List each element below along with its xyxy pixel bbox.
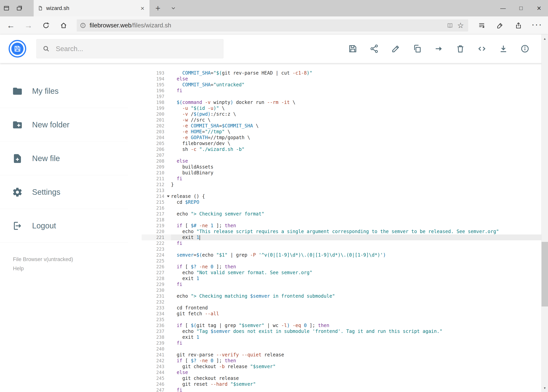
code-line[interactable]: 209 buildAssets <box>142 164 548 170</box>
share-page-button[interactable] <box>509 18 528 33</box>
code-line[interactable]: 219 if [ $# -ne 1 ]; then <box>142 223 548 229</box>
code-line[interactable]: 204 -e GOPATH=//tmp/gopath \ <box>142 135 548 140</box>
minimize-button[interactable]: — <box>494 0 512 16</box>
add-favorite-button[interactable]: ☆ <box>456 22 465 29</box>
delete-button[interactable] <box>456 44 465 53</box>
code-line[interactable]: 200 -v /$(pwd):/src:z \ <box>142 111 548 117</box>
code-line[interactable]: 244 else <box>142 370 548 375</box>
code-line[interactable]: 211 fi <box>142 176 548 182</box>
code-line[interactable]: 198 $(command -v winpty) docker run --rm… <box>142 99 548 105</box>
scroll-down-button[interactable]: ▼ <box>541 384 548 392</box>
new-tab-button[interactable]: + <box>149 0 166 16</box>
sidebar-item-logout[interactable]: Logout <box>0 209 128 243</box>
code-line[interactable]: 213 <box>142 188 548 193</box>
search-input[interactable] <box>55 45 217 53</box>
code-line[interactable]: 243 git checkout -b release "$semver" <box>142 364 548 370</box>
code-line[interactable]: 239 fi <box>142 340 548 346</box>
home-button[interactable] <box>55 18 72 33</box>
code-line[interactable]: 208 else <box>142 158 548 164</box>
code-line[interactable]: 214release () { <box>142 193 548 199</box>
scrollbar-thumb[interactable] <box>541 242 548 307</box>
tab-close-button[interactable]: × <box>139 5 146 12</box>
code-line[interactable]: 216 <box>142 205 548 211</box>
web-note-button[interactable] <box>491 18 509 33</box>
scroll-up-button[interactable]: ▲ <box>541 35 548 43</box>
code-line[interactable]: 226 if [ $? -ne 0 ]; then <box>142 264 548 270</box>
code-line[interactable]: 238 exit 1 <box>142 334 548 340</box>
code-line[interactable]: 228 exit 1 <box>142 276 548 281</box>
save-button[interactable] <box>348 44 357 53</box>
back-button[interactable]: ← <box>2 18 20 33</box>
help-link[interactable]: Help <box>13 265 24 273</box>
browser-tab[interactable]: wizard.sh × <box>34 0 149 16</box>
tab-list-chevron-button[interactable] <box>166 0 180 16</box>
code-line[interactable]: 230 <box>142 287 548 293</box>
sidebar-item-new-file[interactable]: New file <box>0 142 128 175</box>
code-view-button[interactable] <box>477 44 486 53</box>
code-line[interactable]: 235 <box>142 317 548 322</box>
copy-button[interactable] <box>413 44 422 53</box>
fold-toggle-icon[interactable] <box>167 196 170 197</box>
code-line[interactable]: 221 exit 1 <box>142 234 548 240</box>
code-line[interactable]: 205 filebrowser/dev \ <box>142 140 548 146</box>
code-line[interactable]: 224 semver=$(echo "$1" | grep -P '^v(0|[… <box>142 252 548 258</box>
code-line[interactable]: 199 -u "$(id -u)" \ <box>142 105 548 111</box>
more-actions-button[interactable]: ··· <box>528 17 546 34</box>
code-line[interactable]: 246 git reset --hard "$semver" <box>142 381 548 387</box>
code-line[interactable]: 193 COMMIT_SHA="$(git rev-parse HEAD | c… <box>142 70 548 76</box>
code-line[interactable]: 217 echo "> Checking semver format" <box>142 211 548 217</box>
app-logo[interactable] <box>9 40 26 57</box>
code-line[interactable]: 212} <box>142 182 548 188</box>
code-line[interactable]: 194 else <box>142 76 548 82</box>
reading-view-button[interactable] <box>447 22 453 29</box>
forward-button[interactable]: → <box>20 18 37 33</box>
code-line[interactable]: 203 -e HOME="//tmp" \ <box>142 129 548 135</box>
code-line[interactable]: 225 <box>142 258 548 264</box>
set-tabs-aside-button[interactable] <box>0 0 13 16</box>
code-line[interactable]: 207 <box>142 152 548 158</box>
info-button[interactable] <box>520 44 530 53</box>
rename-button[interactable] <box>391 44 401 53</box>
share-button[interactable] <box>370 44 379 53</box>
site-info-icon[interactable] <box>80 22 86 28</box>
search-box[interactable] <box>36 39 223 58</box>
code-line[interactable]: 202 -e COMMIT_SHA=$COMMIT_SHA \ <box>142 123 548 129</box>
maximize-button[interactable]: □ <box>512 0 530 16</box>
code-line[interactable]: 195 COMMIT_SHA="untracked" <box>142 82 548 88</box>
close-button[interactable]: × <box>530 0 548 16</box>
code-line[interactable]: 227 echo "Not valid semver format. See s… <box>142 270 548 276</box>
code-line[interactable]: 197 <box>142 94 548 99</box>
code-line[interactable]: 237 echo "Tag $semver does not exist in … <box>142 328 548 334</box>
hub-favorites-button[interactable] <box>472 18 491 33</box>
code-line[interactable]: 196 fi <box>142 88 548 94</box>
refresh-button[interactable] <box>37 18 55 33</box>
sidebar-item-my-files[interactable]: My files <box>0 74 128 108</box>
code-line[interactable]: 242 if [ $? -ne 0 ]; then <box>142 358 548 364</box>
code-line[interactable]: 247 fi <box>142 387 548 392</box>
code-line[interactable]: 229 fi <box>142 281 548 287</box>
code-line[interactable]: 245 git checkout release <box>142 375 548 381</box>
code-line[interactable]: 201 -w //src \ <box>142 117 548 123</box>
code-editor[interactable]: 193 COMMIT_SHA="$(git rev-parse HEAD | c… <box>142 63 548 392</box>
code-line[interactable]: 241 git rev-parse --verify --quiet relea… <box>142 352 548 358</box>
code-line[interactable]: 218 <box>142 217 548 223</box>
sidebar-item-new-folder[interactable]: New folder <box>0 108 128 142</box>
code-line[interactable]: 223 <box>142 246 548 252</box>
move-button[interactable] <box>434 44 444 53</box>
code-line[interactable]: 220 echo "This release script requires a… <box>142 229 548 234</box>
code-line[interactable]: 233 cd frontend <box>142 305 548 311</box>
code-line[interactable]: 232 <box>142 299 548 305</box>
code-line[interactable]: 236 if [ $(git tag | grep "$semver" | wc… <box>142 322 548 328</box>
sidebar-item-settings[interactable]: Settings <box>0 175 128 209</box>
code-line[interactable]: 234 git fetch --all <box>142 311 548 317</box>
code-line[interactable]: 206 sh -c "./wizard.sh -b" <box>142 146 548 152</box>
code-line[interactable]: 222 fi <box>142 240 548 246</box>
page-scrollbar[interactable]: ▲ ▼ <box>541 35 548 392</box>
code-line[interactable]: 231 echo "> Checking matching $semver in… <box>142 293 548 299</box>
code-line[interactable]: 210 buildBinary <box>142 170 548 176</box>
code-line[interactable]: 215 cd $REPO <box>142 199 548 205</box>
address-bar[interactable]: filebrowser.web/files/wizard.sh ☆ <box>77 19 468 32</box>
tab-preview-button[interactable] <box>13 0 26 16</box>
download-button[interactable] <box>499 44 508 53</box>
code-line[interactable]: 240 <box>142 346 548 352</box>
